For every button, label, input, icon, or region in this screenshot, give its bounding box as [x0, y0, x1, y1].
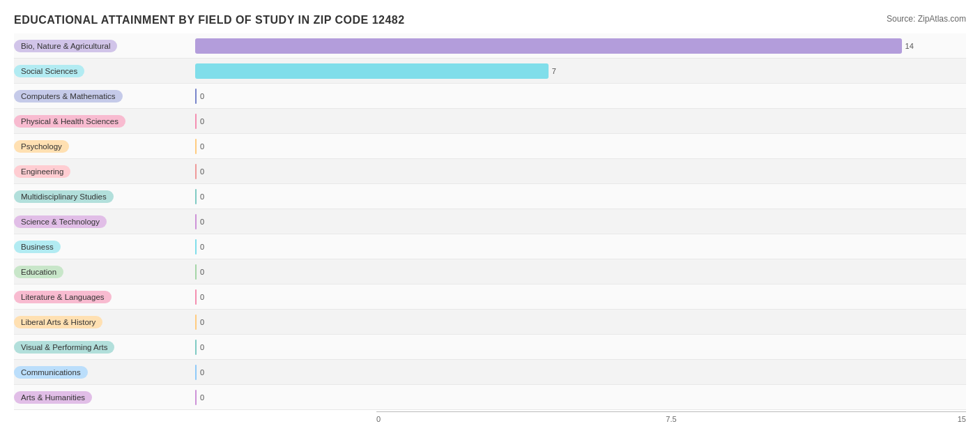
bar-label-area: Engineering	[14, 165, 195, 178]
bar-area: 0	[195, 259, 966, 284]
bar-label-area: Multidisciplinary Studies	[14, 190, 195, 203]
table-row: Science & Technology0	[14, 209, 966, 234]
bar-label-area: Science & Technology	[14, 215, 195, 228]
bar-label: Business	[14, 241, 61, 253]
table-row: Visual & Performing Arts0	[14, 335, 966, 360]
bar-area: 0	[195, 385, 966, 409]
bar-value-label: 7	[552, 67, 556, 75]
chart-source: Source: ZipAtlas.com	[887, 14, 966, 24]
bar	[195, 164, 197, 179]
bar	[195, 63, 549, 79]
bar	[195, 390, 197, 405]
bar-area: 0	[195, 310, 966, 334]
bar-label: Education	[14, 266, 63, 278]
table-row: Multidisciplinary Studies0	[14, 184, 966, 209]
table-row: Social Sciences7	[14, 59, 966, 84]
bar-value-label: 0	[200, 343, 204, 351]
bar-value-label: 0	[200, 167, 204, 176]
chart-container: EDUCATIONAL ATTAINMENT BY FIELD OF STUDY…	[0, 0, 980, 440]
bar-value-label: 0	[200, 318, 204, 326]
bar-value-label: 0	[200, 243, 204, 251]
bar-label: Multidisciplinary Studies	[14, 190, 114, 203]
bar	[195, 365, 197, 380]
bar-label-area: Physical & Health Sciences	[14, 115, 195, 128]
table-row: Bio, Nature & Agricultural14	[14, 33, 966, 59]
bar-label-area: Visual & Performing Arts	[14, 341, 195, 354]
x-axis-tick: 15	[958, 415, 966, 423]
bar-label-area: Computers & Mathematics	[14, 90, 195, 103]
bar-value-label: 14	[905, 42, 914, 50]
table-row: Physical & Health Sciences0	[14, 109, 966, 134]
bar-label-area: Psychology	[14, 140, 195, 153]
bar-value-label: 0	[200, 92, 204, 100]
bar-label: Communications	[14, 366, 88, 379]
bar	[195, 289, 197, 305]
bar-label: Liberal Arts & History	[14, 316, 102, 328]
x-axis-tick: 7.5	[666, 415, 676, 423]
bar-label: Bio, Nature & Agricultural	[14, 40, 117, 52]
table-row: Business0	[14, 234, 966, 259]
bar	[195, 189, 197, 204]
bar-label: Visual & Performing Arts	[14, 341, 114, 354]
bar-label-area: Communications	[14, 366, 195, 379]
bar-area: 7	[195, 59, 966, 83]
x-axis-tick: 0	[376, 415, 381, 423]
bar-area: 0	[195, 360, 966, 384]
bar-label: Computers & Mathematics	[14, 90, 123, 103]
bar	[195, 89, 197, 104]
bar-label-area: Education	[14, 266, 195, 278]
bar-area: 0	[195, 134, 966, 158]
bar-value-label: 0	[200, 117, 204, 126]
bar-area: 0	[195, 209, 966, 234]
bar-label-area: Business	[14, 241, 195, 253]
bar-area: 0	[195, 84, 966, 108]
bar-label: Literature & Languages	[14, 291, 112, 303]
bar-area: 0	[195, 159, 966, 183]
bar-area: 0	[195, 109, 966, 133]
bar-label: Science & Technology	[14, 215, 107, 228]
bar	[195, 38, 902, 54]
table-row: Education0	[14, 259, 966, 285]
bar	[195, 314, 197, 330]
bar	[195, 139, 197, 154]
bar	[195, 264, 197, 280]
bar-label-area: Social Sciences	[14, 65, 195, 77]
table-row: Liberal Arts & History0	[14, 310, 966, 335]
bar-label-area: Bio, Nature & Agricultural	[14, 40, 195, 52]
x-axis: 07.515	[376, 411, 966, 428]
bar-value-label: 0	[200, 393, 204, 402]
bar-area: 0	[195, 335, 966, 359]
bar-label-area: Literature & Languages	[14, 291, 195, 303]
table-row: Arts & Humanities0	[14, 385, 966, 410]
bar-label: Social Sciences	[14, 65, 84, 77]
bar	[195, 340, 197, 355]
table-row: Psychology0	[14, 134, 966, 159]
bar-value-label: 0	[200, 192, 204, 201]
bar-value-label: 0	[200, 368, 204, 377]
bar-value-label: 0	[200, 142, 204, 151]
chart-area: Bio, Nature & Agricultural14Social Scien…	[14, 33, 966, 410]
bar-label-area: Arts & Humanities	[14, 391, 195, 404]
bar-value-label: 0	[200, 268, 204, 276]
bar-label: Arts & Humanities	[14, 391, 92, 404]
bar-label: Psychology	[14, 140, 69, 153]
chart-title: EDUCATIONAL ATTAINMENT BY FIELD OF STUDY…	[14, 14, 966, 26]
table-row: Literature & Languages0	[14, 285, 966, 310]
bar-area: 0	[195, 285, 966, 309]
bar	[195, 239, 197, 255]
bar-area: 14	[195, 33, 966, 58]
bar-label-area: Liberal Arts & History	[14, 316, 195, 328]
bar-value-label: 0	[200, 218, 204, 226]
table-row: Engineering0	[14, 159, 966, 184]
bar-label: Physical & Health Sciences	[14, 115, 125, 128]
bar-value-label: 0	[200, 293, 204, 301]
bar-label: Engineering	[14, 165, 70, 178]
bar	[195, 114, 197, 129]
table-row: Communications0	[14, 360, 966, 385]
bar-area: 0	[195, 234, 966, 259]
bar	[195, 214, 197, 229]
table-row: Computers & Mathematics0	[14, 84, 966, 109]
bar-area: 0	[195, 184, 966, 208]
